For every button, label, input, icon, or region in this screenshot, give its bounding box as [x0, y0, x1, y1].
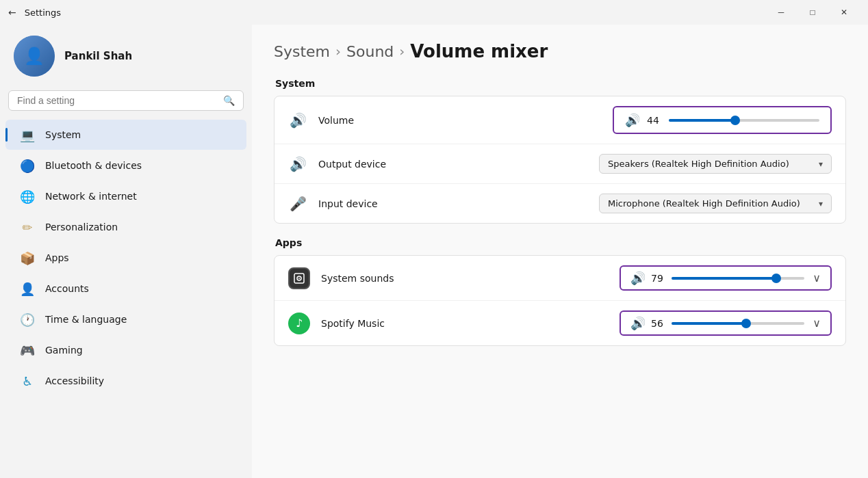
- back-icon[interactable]: ←: [8, 7, 16, 18]
- output-device-icon: 🔊: [288, 156, 307, 172]
- maximize-button[interactable]: □: [797, 0, 828, 25]
- system-sounds-slider-thumb[interactable]: [771, 274, 781, 283]
- volume-slider-box: 🔊 44: [613, 106, 832, 134]
- volume-row: 🔊 Volume 🔊 44: [275, 96, 845, 144]
- bluetooth-icon: 🔵: [19, 157, 36, 174]
- sidebar-item-apps[interactable]: 📦 Apps: [5, 243, 246, 273]
- title-bar: ← Settings ─ □ ✕: [0, 0, 868, 25]
- system-sounds-slider-box: 🔊 79 ∨: [620, 265, 832, 291]
- spotify-expand-icon[interactable]: ∨: [813, 317, 821, 330]
- system-sounds-app-icon: [288, 267, 310, 289]
- spotify-slider-track[interactable]: [672, 322, 804, 325]
- sidebar-item-system[interactable]: 💻 System: [5, 120, 246, 150]
- system-icon: 💻: [19, 127, 36, 143]
- sidebar-item-gaming[interactable]: 🎮 Gaming: [5, 335, 246, 365]
- title-bar-controls: ─ □ ✕: [765, 0, 860, 25]
- time-icon: 🕐: [19, 311, 36, 328]
- sidebar-item-label-time: Time & language: [45, 314, 127, 325]
- search-box[interactable]: 🔍: [8, 90, 244, 111]
- volume-row-icon: 🔊: [288, 112, 307, 129]
- sidebar-item-label-gaming: Gaming: [45, 345, 83, 356]
- input-device-icon: 🎤: [288, 196, 307, 212]
- apps-icon: 📦: [19, 250, 36, 266]
- spotify-value: 56: [651, 318, 666, 329]
- breadcrumb-sep-1: ›: [335, 43, 341, 59]
- network-icon: 🌐: [19, 188, 36, 204]
- output-device-dropdown[interactable]: Speakers (Realtek High Definition Audio)…: [599, 154, 832, 174]
- sidebar-item-bluetooth[interactable]: 🔵 Bluetooth & devices: [5, 150, 246, 181]
- main-content: System › Sound › Volume mixer System 🔊 V…: [252, 25, 868, 478]
- apps-section-label: Apps: [274, 237, 846, 248]
- input-device-label: Input device: [318, 198, 588, 209]
- system-sounds-label: System sounds: [321, 273, 609, 284]
- system-sounds-vol-icon: 🔊: [630, 271, 646, 285]
- output-device-chevron-icon: ▾: [819, 159, 823, 169]
- input-device-control: Microphone (Realtek High Definition Audi…: [599, 194, 832, 213]
- sidebar-item-label-apps: Apps: [45, 252, 69, 263]
- minimize-button[interactable]: ─: [765, 0, 797, 25]
- system-sounds-slider-track[interactable]: [672, 277, 804, 280]
- sidebar-item-personalization[interactable]: ✏️ Personalization: [5, 212, 246, 242]
- accounts-icon: 👤: [19, 280, 36, 297]
- breadcrumb-sound[interactable]: Sound: [346, 43, 394, 60]
- spotify-vol-icon: 🔊: [630, 316, 646, 330]
- user-profile: 👤 Pankil Shah: [0, 25, 252, 90]
- volume-speaker-icon: 🔊: [625, 113, 640, 127]
- sidebar-item-label-system: System: [45, 129, 81, 140]
- sidebar-item-network[interactable]: 🌐 Network & internet: [5, 181, 246, 211]
- spotify-control: 🔊 56 ∨: [620, 310, 832, 336]
- output-device-row: 🔊 Output device Speakers (Realtek High D…: [275, 144, 845, 184]
- system-section-label: System: [274, 78, 846, 89]
- gaming-icon: 🎮: [19, 342, 36, 358]
- volume-label: Volume: [318, 115, 602, 126]
- output-device-value: Speakers (Realtek High Definition Audio): [608, 159, 813, 169]
- spotify-app-icon: ♪: [288, 313, 310, 334]
- input-device-row: 🎤 Input device Microphone (Realtek High …: [275, 184, 845, 223]
- accessibility-icon: ♿: [19, 373, 36, 389]
- user-name: Pankil Shah: [64, 50, 132, 62]
- system-section: System 🔊 Volume 🔊 44: [274, 78, 846, 224]
- breadcrumb-sep-2: ›: [399, 43, 405, 59]
- volume-slider-track[interactable]: [669, 119, 819, 122]
- apps-section: Apps System sounds 🔊: [274, 237, 846, 346]
- volume-slider-fill: [669, 119, 735, 122]
- output-device-control: Speakers (Realtek High Definition Audio)…: [599, 154, 832, 174]
- system-sounds-expand-icon[interactable]: ∨: [813, 271, 821, 284]
- close-button[interactable]: ✕: [828, 0, 860, 25]
- breadcrumb-system[interactable]: System: [274, 43, 330, 60]
- avatar: 👤: [14, 36, 55, 77]
- personalization-icon: ✏️: [19, 219, 36, 235]
- spotify-slider-fill: [672, 322, 746, 325]
- input-device-dropdown[interactable]: Microphone (Realtek High Definition Audi…: [599, 194, 832, 213]
- avatar-image: 👤: [14, 36, 55, 77]
- sidebar-item-label-network: Network & internet: [45, 191, 137, 202]
- sidebar-item-accessibility[interactable]: ♿ Accessibility: [5, 366, 246, 396]
- sidebar: 👤 Pankil Shah 🔍 💻 System 🔵 Bluetooth & d…: [0, 25, 252, 478]
- sidebar-item-label-bluetooth: Bluetooth & devices: [45, 160, 142, 171]
- spotify-slider-thumb[interactable]: [741, 319, 751, 328]
- search-icon: 🔍: [223, 95, 235, 106]
- page-title: Volume mixer: [410, 41, 548, 62]
- sidebar-item-time[interactable]: 🕐 Time & language: [5, 304, 246, 334]
- system-sounds-control: 🔊 79 ∨: [620, 265, 832, 291]
- app-body: 👤 Pankil Shah 🔍 💻 System 🔵 Bluetooth & d…: [0, 25, 868, 478]
- volume-value: 44: [647, 115, 662, 126]
- spotify-label: Spotify Music: [321, 318, 609, 329]
- svg-point-2: [298, 278, 300, 279]
- volume-slider-thumb[interactable]: [730, 116, 740, 125]
- input-device-chevron-icon: ▾: [819, 199, 823, 209]
- search-input[interactable]: [17, 95, 218, 106]
- spotify-slider-box: 🔊 56 ∨: [620, 310, 832, 336]
- system-sounds-value: 79: [651, 273, 666, 284]
- sidebar-item-accounts[interactable]: 👤 Accounts: [5, 274, 246, 304]
- sidebar-item-label-accounts: Accounts: [45, 283, 89, 294]
- input-device-value: Microphone (Realtek High Definition Audi…: [608, 198, 813, 209]
- sidebar-nav: 💻 System 🔵 Bluetooth & devices 🌐 Network…: [0, 119, 252, 397]
- sidebar-item-label-personalization: Personalization: [45, 222, 118, 233]
- system-sounds-slider-fill: [672, 277, 776, 280]
- apps-card: System sounds 🔊 79 ∨: [274, 255, 846, 346]
- volume-control: 🔊 44: [613, 106, 832, 134]
- output-device-label: Output device: [318, 159, 588, 170]
- title-bar-title: Settings: [25, 8, 61, 18]
- system-card: 🔊 Volume 🔊 44: [274, 96, 846, 224]
